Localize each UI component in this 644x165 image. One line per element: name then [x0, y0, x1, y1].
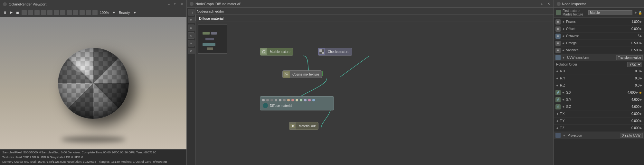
beauty-mode[interactable]: Beauty	[118, 10, 131, 15]
sz-arrow-right[interactable]: ▶	[639, 105, 643, 108]
cosine-mix-node[interactable]: Cosine mix texture	[282, 70, 322, 78]
rx-arrow-left[interactable]: ◀	[555, 70, 559, 73]
light-icon	[41, 10, 46, 15]
dropdown-arrow[interactable]: ▼	[111, 10, 117, 15]
power-label: Power:	[565, 20, 623, 24]
close-button[interactable]: ✕	[179, 2, 184, 6]
ry-arrow-left[interactable]: ◀	[555, 77, 559, 80]
tx-arrow-left[interactable]: ◀	[555, 112, 559, 116]
play-pause-button[interactable]: ⏸	[2, 10, 8, 15]
material-icon	[47, 10, 52, 15]
sx-arrow-left[interactable]: ◀	[562, 91, 565, 94]
sidebar-btn-2[interactable]: ⊞	[188, 17, 194, 23]
ry-arrow-right[interactable]: ▶	[639, 77, 643, 80]
sphere-object	[58, 48, 129, 119]
connector-11	[304, 99, 307, 101]
minimize-button[interactable]: –	[166, 2, 171, 6]
camera-icon	[34, 10, 40, 15]
viewport-canvas[interactable]	[0, 17, 186, 149]
sidebar-btn-3[interactable]: ⊡	[188, 25, 194, 31]
offset-arrow-left[interactable]: ◀	[562, 27, 565, 31]
uvw-collapse-arrow[interactable]: ▼	[562, 56, 565, 59]
power-arrow-left[interactable]: ◀	[562, 20, 565, 24]
svg-rect-8	[319, 49, 322, 52]
variance-arrow-left[interactable]: ◀	[562, 49, 565, 52]
rotation-order-select[interactable]: YXZ XYZ ZYX	[627, 62, 642, 67]
ty-arrow-left[interactable]: ◀	[555, 119, 559, 123]
render-icon	[22, 10, 27, 15]
sidebar-btn-1[interactable]: ⋮⋮	[188, 9, 194, 15]
projection-collapse-arrow[interactable]: ▼	[563, 134, 566, 137]
rz-arrow-left[interactable]: ◀	[555, 84, 559, 87]
connector-9	[296, 99, 298, 101]
sy-row: 🔗 ◀ S.Y 4.600 ▶	[554, 96, 644, 103]
ty-arrow-right[interactable]: ▶	[639, 119, 643, 123]
omega-arrow-right[interactable]: ▶	[639, 42, 643, 45]
nodegraph-body: ⋮⋮ ⊞ ⊡ ⊙ ≡ ⊕ Nodegraph editor Diffuse ma…	[187, 8, 554, 165]
tz-arrow-left[interactable]: ◀	[555, 127, 559, 130]
ry-value: 0.0	[623, 77, 639, 80]
ng-minimize-button[interactable]: –	[534, 2, 538, 6]
offset-arrow-right[interactable]: ▶	[639, 27, 643, 31]
ng-restore-button[interactable]: □	[540, 2, 545, 6]
checks-texture-node[interactable]: Checks texture	[318, 48, 352, 56]
diffuse-tab[interactable]: Diffuse material	[195, 15, 227, 21]
stop-button[interactable]: ⏹	[15, 10, 20, 15]
restore-button[interactable]: □	[173, 2, 177, 6]
nodegraph-canvas[interactable]: Marble texture Checks texture	[195, 22, 554, 165]
sy-arrow-right[interactable]: ▶	[639, 98, 643, 101]
cosine-icon	[283, 71, 290, 78]
eye-button[interactable]: 👁	[634, 10, 637, 15]
variance-value: 0.500	[623, 48, 639, 52]
zoom-label[interactable]: 100%	[99, 10, 110, 15]
offset-value: 0.000	[623, 27, 639, 31]
projection-value[interactable]: XYZ to UVW	[620, 133, 643, 138]
play-button[interactable]: ▶	[9, 10, 14, 15]
diffuse-material-node[interactable]: Diffuse material	[260, 96, 334, 110]
projection-section-header: ▼ Projection XYZ to UVW	[554, 132, 644, 139]
tz-row: ◀ T.Z 0.000 ▶	[554, 125, 644, 132]
rotation-order-row: Rotation Order YXZ XYZ ZYX	[554, 61, 644, 68]
offset-icon: ▣	[555, 26, 561, 32]
sz-arrow-left[interactable]: ◀	[562, 105, 565, 108]
variance-arrow-right[interactable]: ▶	[639, 49, 643, 52]
tx-value: 0.000	[623, 112, 639, 116]
marble-texture-node[interactable]: Marble texture	[260, 48, 293, 56]
connections-svg	[195, 22, 554, 165]
inspector-header: First texture: Marble texture 👁 🔒	[554, 8, 644, 18]
ng-close-button[interactable]: ✕	[546, 2, 551, 6]
sx-row: 🔗 ◀ S.X 4.600 ▶ 🔒	[554, 89, 644, 96]
variance-property-row: ▣ ◀ Variance: 0.500 ▶	[554, 47, 644, 54]
rz-arrow-right[interactable]: ▶	[639, 84, 643, 87]
octaves-arrow-left[interactable]: ◀	[562, 35, 565, 38]
rx-arrow-right[interactable]: ▶	[639, 70, 643, 73]
sidebar-btn-6[interactable]: ⊕	[188, 48, 194, 54]
sidebar-btn-5[interactable]: ≡	[188, 40, 194, 46]
sy-arrow-left[interactable]: ◀	[562, 98, 565, 101]
tx-row: ◀ T.X 0.000 ▶	[554, 110, 644, 118]
power-arrow-right[interactable]: ▶	[639, 20, 643, 24]
material-out-node[interactable]: Material out	[289, 122, 318, 130]
sx-lock-toggle[interactable]: 🔒	[639, 91, 643, 95]
diffuse-label-row: Diffuse material	[260, 102, 295, 109]
sidebar-btn-4[interactable]: ⊙	[188, 32, 194, 39]
connector-13	[312, 99, 315, 101]
inspector-header-label: First texture: Marble texture	[563, 9, 587, 16]
sx-arrow-right[interactable]: ▶	[636, 91, 639, 94]
tx-arrow-right[interactable]: ▶	[639, 112, 643, 116]
lock-button[interactable]: 🔒	[638, 10, 642, 15]
ry-row: ◀ R.Y 0.0 ▶	[554, 75, 644, 82]
connector-8	[291, 99, 294, 101]
omega-arrow-left[interactable]: ◀	[562, 42, 565, 45]
tz-arrow-right[interactable]: ▶	[639, 127, 643, 130]
octaves-arrow-right[interactable]: ▶	[639, 35, 643, 38]
octaves-icon: ▣	[555, 34, 561, 39]
svg-rect-10	[322, 49, 324, 52]
ty-row: ◀ T.Y 0.000 ▶	[554, 118, 644, 125]
uvw-transform-value[interactable]: Transform value	[616, 55, 643, 60]
mode-dropdown[interactable]: ▼	[132, 10, 137, 15]
nodegraph-editor-label: Nodegraph editor	[197, 9, 224, 13]
texture-name-input[interactable]	[588, 10, 632, 15]
minimap-content	[198, 25, 227, 53]
inspector-titlebar: Node Inspector	[554, 0, 644, 8]
